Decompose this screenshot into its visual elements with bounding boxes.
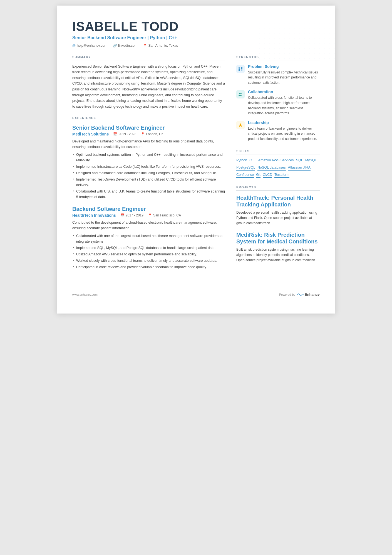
project-2-title: MediRisk: Risk Prediction System for Med… xyxy=(236,231,320,245)
job-2-location: 📍 San Francisco, CA xyxy=(148,213,181,217)
projects-section-title: PROJECTS xyxy=(236,186,320,191)
strength-2-content: Collaboration Collaborated with cross-fu… xyxy=(248,90,320,116)
skill-jira: Atlassian JIRA xyxy=(288,166,311,171)
location-icon: 📍 xyxy=(143,44,147,48)
contact-location: 📍 San Antonio, Texas xyxy=(143,44,178,48)
job-1-location: 📍 London, UK xyxy=(141,132,163,136)
job-1-bullets: Optimized backend systems written in Pyt… xyxy=(72,152,225,200)
skill-git: Git xyxy=(256,173,260,178)
svg-rect-1 xyxy=(241,67,242,69)
svg-point-4 xyxy=(239,93,240,94)
skill-cicd: CI/CD xyxy=(263,173,272,178)
project-1-title: HealthTrack: Personal Health Tracking Ap… xyxy=(236,194,320,208)
skill-python: Python xyxy=(236,158,247,163)
experience-section: EXPERIENCE Senior Backend Software Engin… xyxy=(72,116,225,270)
list-item: Participated in code reviews and provide… xyxy=(72,264,225,270)
summary-section: SUMMARY Experienced Senior Backend Softw… xyxy=(72,55,225,110)
svg-point-5 xyxy=(240,93,242,94)
projects-section: PROJECTS HealthTrack: Personal Health Tr… xyxy=(236,186,320,263)
linkedin-value: linkedin.com xyxy=(118,44,137,48)
project-2: MediRisk: Risk Prediction System for Med… xyxy=(236,231,320,263)
powered-by-text: Powered by xyxy=(279,293,295,296)
svg-rect-2 xyxy=(239,69,240,71)
svg-marker-6 xyxy=(239,123,242,127)
enhancv-logo: Enhancv xyxy=(297,292,320,297)
list-item: Worked closely with cross-functional tea… xyxy=(72,258,225,263)
skill-nosql: NoSQL databases xyxy=(257,166,286,171)
strength-1: Problem Solving Successfully resolved co… xyxy=(236,64,320,85)
experience-section-title: EXPERIENCE xyxy=(72,116,225,121)
email-icon: @ xyxy=(72,44,76,48)
strength-2: Collaboration Collaborated with cross-fu… xyxy=(236,90,320,116)
list-item: Collaborated with U.S. and U.K. teams to… xyxy=(72,189,225,200)
strength-2-desc: Collaborated with cross-functional teams… xyxy=(248,95,320,116)
skill-sql: SQL xyxy=(296,158,303,163)
candidate-title: Senior Backend Software Engineer | Pytho… xyxy=(72,35,320,40)
strengths-section-title: STRENGTHS xyxy=(236,55,320,60)
strengths-section: STRENGTHS Problem Solving Successfully r… xyxy=(236,55,320,142)
skill-confluence: Confluence xyxy=(236,173,254,178)
job-2-description: Contributed to the development of a clou… xyxy=(72,220,225,231)
skills-section: SKILLS Python C++ Amazon AWS Services SQ… xyxy=(236,149,320,178)
calendar-icon: 📅 xyxy=(120,213,125,217)
list-item: Collaborated with one of the largest clo… xyxy=(72,233,225,244)
contact-email: @ help@enhancv.com xyxy=(72,44,107,48)
list-item: Implemented Infrastructure as Code (IaC)… xyxy=(72,164,225,169)
svg-rect-3 xyxy=(241,69,242,71)
list-item: Implemented Test-Driven Development (TDD… xyxy=(72,177,225,188)
leadership-icon xyxy=(236,121,245,129)
brand-name: Enhancv xyxy=(305,292,320,297)
list-item: Optimized backend systems written in Pyt… xyxy=(72,152,225,163)
strength-1-content: Problem Solving Successfully resolved co… xyxy=(248,64,320,85)
job-1: Senior Backend Software Engineer MediTec… xyxy=(72,125,225,200)
skill-terraform: Terraform xyxy=(274,173,289,178)
pin-icon: 📍 xyxy=(141,132,145,136)
footer-website: www.enhancv.com xyxy=(72,293,98,296)
list-item: Designed and maintained core databases i… xyxy=(72,170,225,176)
problem-solving-icon xyxy=(236,65,245,73)
strength-3-desc: Led a team of backend engineers to deliv… xyxy=(248,126,320,142)
candidate-name: ISABELLE TODD xyxy=(72,19,320,34)
strength-1-title: Problem Solving xyxy=(248,64,320,69)
strength-3-content: Leadership Led a team of backend enginee… xyxy=(248,120,320,142)
footer-brand: Powered by Enhancv xyxy=(279,292,320,297)
strength-3-title: Leadership xyxy=(248,120,320,125)
page-footer: www.enhancv.com Powered by Enhancv xyxy=(72,288,320,297)
skill-cpp: C++ xyxy=(249,158,256,163)
job-1-description: Developed and maintained high-performanc… xyxy=(72,139,225,150)
resume-body: SUMMARY Experienced Senior Backend Softw… xyxy=(72,55,320,277)
project-1: HealthTrack: Personal Health Tracking Ap… xyxy=(236,194,320,226)
right-column: STRENGTHS Problem Solving Successfully r… xyxy=(236,55,320,277)
project-1-desc: Developed a personal health tracking app… xyxy=(236,210,320,226)
job-1-dates: 📅 2019 - 2023 xyxy=(113,132,136,136)
strength-1-desc: Successfully resolved complex technical … xyxy=(248,70,320,85)
resume-header: ISABELLE TODD Senior Backend Software En… xyxy=(72,19,320,48)
strength-3: Leadership Led a team of backend enginee… xyxy=(236,120,320,142)
skills-container: Python C++ Amazon AWS Services SQL MySQL… xyxy=(236,158,320,178)
pin-icon: 📍 xyxy=(148,213,152,217)
summary-section-title: SUMMARY xyxy=(72,55,225,60)
skill-postgresql: PostgreSQL xyxy=(236,166,255,171)
skill-aws: Amazon AWS Services xyxy=(258,158,294,163)
location-value: San Antonio, Texas xyxy=(148,44,178,48)
job-2-dates: 📅 2017 - 2019 xyxy=(120,213,143,217)
job-2: Backend Software Engineer HealthTech Inn… xyxy=(72,206,225,270)
job-2-bullets: Collaborated with one of the largest clo… xyxy=(72,233,225,270)
list-item: Implemented SQL, MySQL, and PostgreSQL d… xyxy=(72,245,225,251)
collaboration-icon xyxy=(236,90,245,98)
job-1-company: MediTech Solutions xyxy=(72,132,109,136)
project-2-desc: Built a risk prediction system using mac… xyxy=(236,247,320,263)
calendar-icon: 📅 xyxy=(113,132,117,136)
job-1-title: Senior Backend Software Engineer xyxy=(72,125,225,131)
skills-section-title: SKILLS xyxy=(236,149,320,154)
email-value: help@enhancv.com xyxy=(77,44,107,48)
job-2-title: Backend Software Engineer xyxy=(72,206,225,212)
strength-2-title: Collaboration xyxy=(248,90,320,94)
job-2-company: HealthTech Innovations xyxy=(72,213,116,218)
job-2-meta: HealthTech Innovations 📅 2017 - 2019 📍 S… xyxy=(72,213,225,218)
left-column: SUMMARY Experienced Senior Backend Softw… xyxy=(72,55,225,277)
resume-page: ISABELLE TODD Senior Backend Software En… xyxy=(57,6,335,314)
svg-rect-0 xyxy=(239,67,240,69)
skill-mysql: MySQL xyxy=(305,158,317,163)
list-item: Utilized Amazon AWS services to optimize… xyxy=(72,251,225,257)
